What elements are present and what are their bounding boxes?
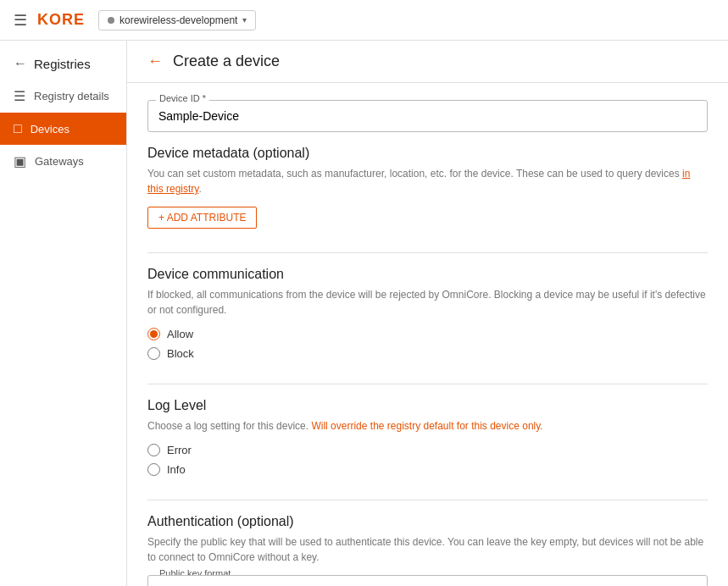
sidebar-item-gateways[interactable]: ▣ Gateways	[0, 145, 126, 178]
metadata-link[interactable]: in this registry	[147, 168, 690, 195]
divider-3	[147, 500, 708, 500]
error-label: Error	[167, 444, 192, 456]
device-id-input[interactable]	[147, 100, 708, 132]
registry-details-icon: ☰	[14, 88, 25, 104]
log-level-title: Log Level	[147, 398, 708, 413]
communication-radio-group: Allow Block	[147, 328, 708, 360]
info-label: Info	[167, 463, 186, 476]
metadata-desc: You can set custom metadata, such as man…	[147, 166, 708, 196]
gateways-icon: ▣	[14, 153, 26, 169]
info-radio-label[interactable]: Info	[147, 463, 708, 476]
block-label: Block	[167, 347, 194, 360]
block-radio-label[interactable]: Block	[147, 347, 708, 360]
sidebar-item-label: Registry details	[34, 90, 109, 102]
env-name: korewireless-development	[119, 14, 237, 26]
sidebar-item-registry-details[interactable]: ☰ Registry details	[0, 80, 126, 113]
communication-section: Device communication If blocked, all com…	[147, 267, 708, 360]
content-area: Device ID * Device metadata (optional) Y…	[127, 83, 728, 586]
page-back-arrow-icon[interactable]: ←	[147, 53, 163, 70]
devices-icon: □	[14, 121, 22, 136]
divider-1	[147, 252, 708, 253]
chevron-down-icon: ▾	[242, 15, 247, 25]
auth-title: Authentication (optional)	[147, 514, 708, 529]
communication-title: Device communication	[147, 267, 708, 282]
divider-2	[147, 384, 708, 384]
sidebar-header-label: Registries	[34, 57, 91, 71]
communication-desc: If blocked, all communications from the …	[147, 287, 708, 318]
menu-icon[interactable]: ☰	[14, 11, 27, 30]
device-id-label: Device ID *	[156, 93, 209, 103]
sidebar-item-devices[interactable]: □ Devices	[0, 113, 126, 145]
metadata-section: Device metadata (optional) You can set c…	[147, 146, 708, 229]
allow-radio-label[interactable]: Allow	[147, 328, 708, 340]
block-radio[interactable]	[147, 347, 160, 360]
allow-label: Allow	[167, 328, 193, 340]
back-arrow-icon: ←	[14, 56, 27, 71]
auth-desc: Specify the public key that will be used…	[147, 534, 708, 565]
top-nav: ☰ KORE korewireless-development ▾	[0, 0, 728, 41]
env-status-dot	[108, 17, 114, 24]
page-header: ← Create a device	[127, 41, 728, 83]
error-radio-label[interactable]: Error	[147, 444, 708, 456]
public-key-format-group: Public key format RS256 ES256 RS256_X509…	[147, 575, 708, 586]
auth-section: Authentication (optional) Specify the pu…	[147, 514, 708, 586]
public-key-format-wrapper: RS256 ES256 RS256_X509 ES256_X509 ▾	[147, 575, 708, 586]
metadata-title: Device metadata (optional)	[147, 146, 708, 161]
device-id-group: Device ID *	[147, 100, 708, 132]
allow-radio[interactable]	[147, 328, 160, 340]
log-level-section: Log Level Choose a log setting for this …	[147, 398, 708, 476]
log-level-radio-group: Error Info	[147, 444, 708, 476]
sidebar: ← Registries ☰ Registry details □ Device…	[0, 41, 127, 586]
sidebar-back-button[interactable]: ← Registries	[0, 47, 126, 80]
error-radio[interactable]	[147, 444, 160, 456]
kore-logo: KORE	[37, 11, 85, 29]
main-content: ← Create a device Device ID * Device met…	[127, 41, 728, 586]
env-selector[interactable]: korewireless-development ▾	[98, 10, 256, 30]
add-attribute-button[interactable]: + ADD ATTRIBUTE	[147, 207, 257, 229]
sidebar-item-label: Gateways	[35, 155, 84, 168]
log-level-desc: Choose a log setting for this device. Wi…	[147, 418, 708, 434]
public-key-format-select[interactable]: RS256 ES256 RS256_X509 ES256_X509	[147, 575, 708, 586]
page-title: Create a device	[173, 53, 280, 70]
info-radio[interactable]	[147, 463, 160, 476]
sidebar-item-label: Devices	[31, 123, 69, 135]
